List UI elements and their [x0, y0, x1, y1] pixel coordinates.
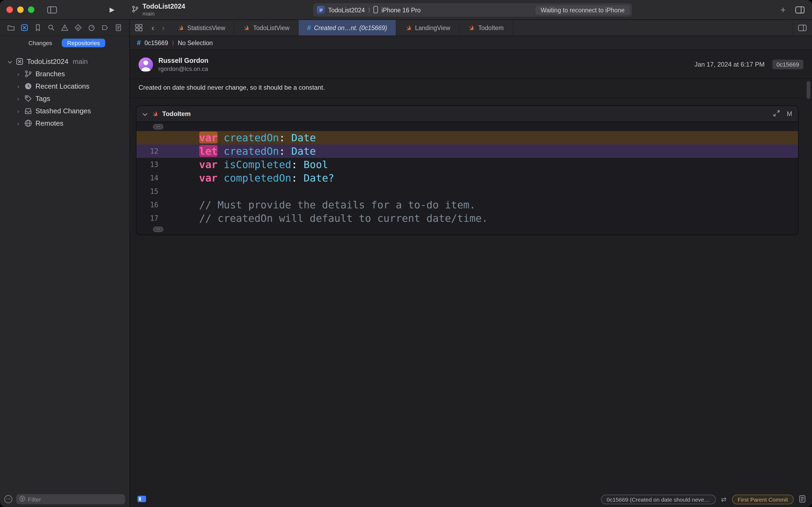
editor-area: ‹ › StatisticsViewTodoListView#Created o…	[130, 20, 812, 507]
project-title: TodoList2024	[142, 3, 185, 10]
scheme-name: TodoList2024	[328, 7, 365, 13]
tab-label: TodoListView	[253, 24, 289, 31]
code-text: let createdOn: Date	[163, 145, 316, 158]
swift-file-icon	[468, 24, 475, 31]
editor-options-icon[interactable]	[792, 20, 812, 36]
swap-comparison-icon[interactable]: ⇄	[721, 496, 727, 503]
debug-navigator-icon[interactable]	[88, 23, 96, 32]
comparison-toggle-icon[interactable]	[137, 496, 146, 503]
go-back-icon[interactable]: ‹	[148, 20, 158, 36]
expand-diff-icon[interactable]	[773, 109, 780, 118]
find-navigator-icon[interactable]	[47, 23, 55, 32]
sidebar-item-stashed-changes[interactable]: ›Stashed Changes	[0, 105, 129, 117]
repo-root-label: TodoList2024	[27, 57, 68, 65]
diff-file-header[interactable]: TodoItem M	[136, 106, 798, 122]
first-parent-commit-button[interactable]: First Parent Commit	[732, 495, 794, 504]
code-fold-ellipsis-top[interactable]: ⋯	[153, 124, 163, 129]
stash-icon	[24, 107, 32, 115]
swift-file-icon	[243, 24, 250, 31]
repo-tree-items: ›Branches›Recent Locations›Tags›Stashed …	[0, 68, 129, 129]
chevron-down-icon[interactable]	[7, 59, 12, 64]
editor-tab[interactable]: TodoListView	[234, 20, 299, 36]
project-branch: main	[142, 10, 185, 17]
breakpoints-navigator-icon[interactable]	[101, 23, 109, 32]
segment-changes[interactable]: Changes	[24, 39, 56, 47]
line-number: 14	[136, 171, 163, 185]
code-fold-ellipsis-bottom[interactable]: ⋯	[153, 227, 163, 232]
chevron-right-icon[interactable]: ›	[15, 71, 21, 76]
code-text: // Must provide the details for a to-do …	[163, 198, 475, 212]
navigator-tab-icons	[0, 20, 129, 36]
sidebar-item-branches[interactable]: ›Branches	[0, 68, 129, 80]
tests-navigator-icon[interactable]	[74, 23, 82, 32]
editor-tab[interactable]: LandingView	[396, 20, 459, 36]
tab-label: LandingView	[415, 24, 450, 31]
editor-status-bar: 0c15669 (Created on date should neve… ⇄ …	[130, 492, 812, 507]
code-line-added: 12 let createdOn: Date	[136, 145, 798, 158]
scrollbar-thumb[interactable]	[807, 81, 810, 99]
sidebar-item-label: Branches	[36, 70, 65, 78]
commit-date: Jan 17, 2024 at 6:17 PM	[694, 61, 765, 68]
filter-field[interactable]	[16, 494, 125, 504]
editor-tab[interactable]: TodoItem	[459, 20, 513, 36]
project-navigator-icon[interactable]	[7, 23, 15, 32]
editor-mode-icon[interactable]	[799, 495, 806, 504]
chevron-right-icon[interactable]: ›	[15, 83, 21, 89]
diff-code-lines: var createdOn: Date12 let createdOn: Dat…	[136, 131, 798, 225]
jumpbar-selection[interactable]: No Selection	[178, 40, 213, 46]
tab-label: TodoItem	[478, 24, 504, 31]
bookmark-navigator-icon[interactable]	[34, 23, 42, 32]
related-items-icon[interactable]	[130, 20, 148, 36]
sidebar-item-recent-locations[interactable]: ›Recent Locations	[0, 80, 129, 92]
chevron-right-icon[interactable]: ›	[15, 108, 21, 114]
zoom-window-button[interactable]	[28, 6, 35, 13]
add-editor-icon[interactable]: +	[780, 5, 786, 15]
code-text: // createdOn will default to current dat…	[163, 212, 488, 225]
sidebar-item-repo-root[interactable]: TodoList2024 main	[0, 55, 129, 68]
filter-icon	[19, 496, 25, 503]
toggle-navigator-icon[interactable]	[47, 6, 57, 13]
filter-options-icon[interactable]: ⋯	[4, 495, 12, 503]
editor-tab[interactable]: StatisticsView	[168, 20, 234, 36]
editor-tab[interactable]: #Created on…nt. (0c15669)	[299, 20, 396, 36]
filter-input[interactable]	[28, 496, 122, 502]
run-destination: iPhone 16 Pro	[382, 7, 421, 13]
author-avatar	[138, 57, 153, 72]
issues-navigator-icon[interactable]	[61, 23, 69, 32]
traffic-lights	[6, 6, 35, 13]
minimize-window-button[interactable]	[17, 6, 23, 13]
commit-header: Russell Gordon rgordon@lcs.on.ca Jan 17,…	[130, 50, 812, 78]
source-control-navigator-icon[interactable]	[20, 23, 28, 32]
commit-author: Russell Gordon	[159, 57, 209, 64]
scheme-selector[interactable]: TodoList2024 ⟩ iPhone 16 Pro Waiting to …	[313, 3, 632, 17]
sidebar-item-tags[interactable]: ›Tags	[0, 92, 129, 105]
clock-icon	[24, 82, 32, 90]
chevron-down-icon[interactable]	[142, 110, 148, 117]
jumpbar-commit-ref[interactable]: 0c15669	[144, 40, 168, 46]
jump-bar[interactable]: # 0c15669 ⟩ No Selection	[130, 36, 812, 50]
commit-hash-badge: 0c15669	[772, 60, 803, 69]
close-window-button[interactable]	[6, 6, 13, 13]
editor-tabbar: ‹ › StatisticsViewTodoListView#Created o…	[130, 20, 812, 36]
chevron-right-icon[interactable]: ›	[15, 96, 21, 101]
base-commit-button[interactable]: 0c15669 (Created on date should neve…	[601, 495, 715, 504]
app-icon	[317, 6, 325, 14]
code-line: 14 var completedOn: Date?	[136, 171, 798, 185]
editor-layout-icon[interactable]	[795, 6, 805, 13]
go-forward-icon[interactable]: ›	[158, 20, 169, 36]
repo-root-branch: main	[73, 57, 88, 65]
navigator-sidebar: Changes Repositories TodoList2024 main ›…	[0, 20, 130, 507]
file-status-badge: M	[787, 110, 792, 117]
line-number: 16	[136, 198, 163, 212]
repositories-tree: TodoList2024 main ›Branches›Recent Locat…	[0, 50, 129, 129]
diff-code-area: ⋯ var createdOn: Date12 let createdOn: D…	[136, 122, 798, 235]
reports-navigator-icon[interactable]	[114, 23, 122, 32]
sidebar-item-remotes[interactable]: ›Remotes	[0, 117, 129, 129]
code-line: 13 var isCompleted: Bool	[136, 158, 798, 171]
code-text: var createdOn: Date	[163, 131, 316, 145]
run-button[interactable]: ▶	[110, 6, 114, 13]
segment-repositories[interactable]: Repositories	[62, 39, 105, 47]
chevron-right-icon[interactable]: ›	[15, 121, 21, 126]
diff-file-name: TodoItem	[162, 110, 191, 117]
project-header: TodoList2024 main	[131, 3, 185, 17]
